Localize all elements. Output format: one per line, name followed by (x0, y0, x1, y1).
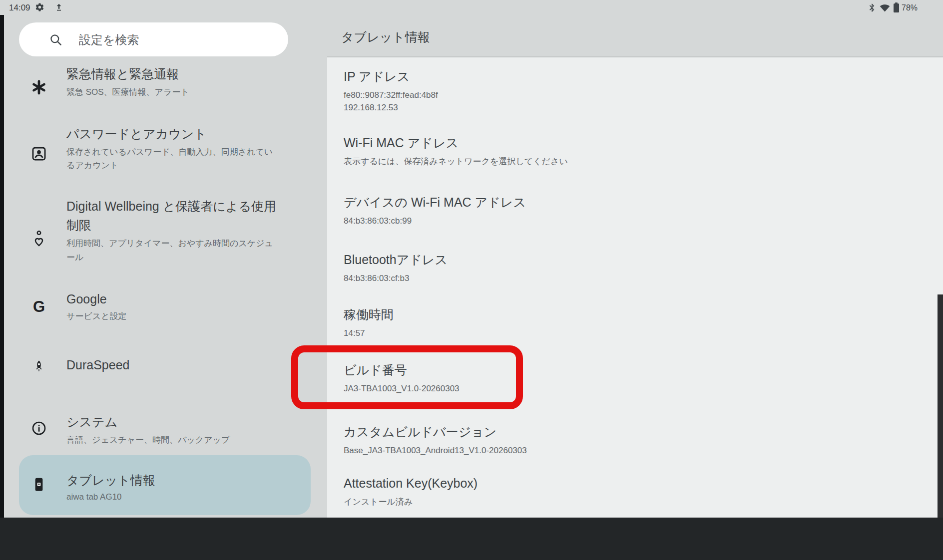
row-title: カスタムビルドバージョン (344, 423, 893, 441)
clock-time: 14:09 (9, 3, 30, 13)
sidebar-item-system[interactable]: システム 言語、ジェスチャー、時間、バックアップ (4, 411, 311, 461)
row-value: 84:b3:86:03:cb:99 (344, 215, 893, 227)
status-bar: 14:09 78% (0, 0, 943, 15)
search-placeholder: 設定を検索 (79, 32, 139, 48)
row-value: 14:57 (344, 327, 893, 339)
android-settings-screen: 14:09 78% 設定を検索 (0, 0, 943, 560)
row-value: fe80::9087:32ff:fead:4b8f (344, 89, 893, 101)
row-bluetooth-address[interactable]: Bluetoothアドレス 84:b3:86:03:cf:b3 (344, 251, 893, 284)
search-input[interactable]: 設定を検索 (19, 22, 288, 56)
row-device-wifi-mac[interactable]: デバイスの Wi-Fi MAC アドレス 84:b3:86:03:cb:99 (344, 193, 893, 227)
row-build-number[interactable]: ビルド番号 JA3-TBA1003_V1.0-20260303 (344, 361, 893, 395)
item-title: DuraSpeed (66, 356, 291, 374)
sidebar-item-passwords[interactable]: パスワードとアカウント 保存されているパスワード、自動入力、同期されてい るアカ… (4, 123, 311, 188)
sidebar-item-emergency[interactable]: 緊急情報と緊急通報 緊急 SOS、医療情報、アラート (4, 62, 311, 117)
item-subtitle: 緊急 SOS、医療情報、アラート (66, 85, 291, 99)
row-uptime[interactable]: 稼働時間 14:57 (344, 305, 893, 339)
item-subtitle: サービスと設定 (66, 309, 291, 323)
item-subtitle-line2: るアカウント (66, 159, 291, 172)
item-title: Google (66, 290, 291, 308)
page-title: タブレット情報 (341, 29, 430, 45)
digital-wellbeing-icon (29, 229, 49, 249)
row-custom-build-version[interactable]: カスタムビルドバージョン Base_JA3-TBA1003_Android13_… (344, 423, 893, 457)
item-subtitle-line2: ール (66, 251, 291, 265)
screen-edge-strip (0, 15, 4, 518)
sidebar-item-digital-wellbeing[interactable]: Digital Wellbeing と保護者による使用 制限 利用時間、アプリタ… (4, 195, 311, 280)
row-title: IP アドレス (344, 67, 893, 85)
row-value: インストール済み (344, 496, 893, 508)
settings-gear-icon (35, 2, 44, 14)
sidebar-item-duraspeed[interactable]: DuraSpeed (4, 356, 311, 386)
row-title: Attestation Key(Keybox) (344, 474, 893, 492)
row-title: 稼働時間 (344, 305, 893, 323)
row-value: Base_JA3-TBA1003_Android13_V1.0-20260303 (344, 444, 893, 457)
settings-sidebar: 設定を検索 緊急情報と緊急通報 緊急 SOS、医療情報、アラート パスワードとア… (4, 15, 327, 518)
sidebar-item-google[interactable]: G Google サービスと設定 (4, 288, 311, 338)
item-subtitle-line1: 利用時間、アプリタイマー、おやすみ時間のスケジュ (66, 237, 291, 251)
upload-arrow-icon (55, 3, 63, 14)
item-title: システム (66, 413, 291, 431)
google-g-icon: G (29, 297, 49, 317)
passwords-account-icon (29, 144, 49, 164)
row-value: 192.168.12.53 (344, 101, 893, 114)
item-title-line1: Digital Wellbeing と保護者による使用 (66, 197, 291, 216)
row-value: 84:b3:86:03:cf:b3 (344, 272, 893, 284)
item-subtitle: 言語、ジェスチャー、時間、バックアップ (66, 433, 291, 447)
taskbar (0, 518, 943, 560)
sidebar-item-tablet-info-selected[interactable]: タブレット情報 aiwa tab AG10 (19, 455, 311, 515)
row-title: Bluetoothアドレス (344, 251, 893, 269)
scrollbar-thumb[interactable] (938, 294, 943, 518)
item-subtitle-line1: 保存されているパスワード、自動入力、同期されてい (66, 145, 291, 159)
rocket-icon (29, 357, 49, 377)
battery-icon (894, 2, 899, 14)
header-divider (327, 56, 943, 57)
row-wifi-mac[interactable]: Wi-Fi MAC アドレス 表示するには、保存済みネットワークを選択してくださ… (344, 134, 893, 168)
tablet-icon (29, 475, 49, 495)
item-title: パスワードとアカウント (66, 125, 291, 143)
row-value: JA3-TBA1003_V1.0-20260303 (344, 382, 893, 395)
row-ip-address[interactable]: IP アドレス fe80::9087:32ff:fead:4b8f 192.16… (344, 67, 893, 114)
row-value: 表示するには、保存済みネットワークを選択してください (344, 155, 893, 168)
row-title: デバイスの Wi-Fi MAC アドレス (344, 193, 893, 211)
row-attestation-key[interactable]: Attestation Key(Keybox) インストール済み (344, 474, 893, 508)
search-icon (49, 33, 62, 48)
row-title: ビルド番号 (344, 361, 893, 379)
battery-percent: 78% (902, 3, 918, 12)
row-title: Wi-Fi MAC アドレス (344, 134, 893, 152)
bluetooth-icon (869, 3, 875, 14)
item-title-line2: 制限 (66, 216, 291, 235)
emergency-asterisk-icon (29, 77, 49, 97)
item-subtitle: aiwa tab AG10 (66, 490, 155, 504)
item-title: 緊急情報と緊急通報 (66, 65, 291, 83)
wifi-icon (880, 3, 890, 14)
item-title: タブレット情報 (66, 471, 155, 490)
info-circle-icon (29, 418, 49, 438)
